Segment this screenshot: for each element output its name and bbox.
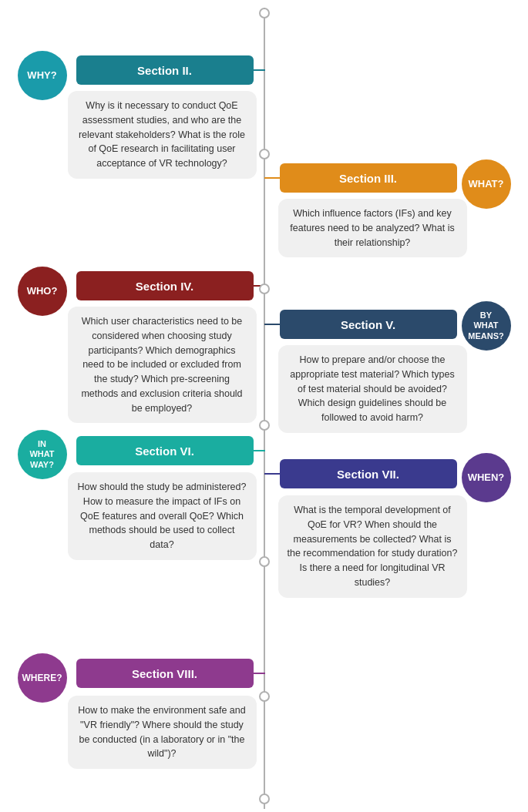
section-8-header: Section VIII. xyxy=(76,659,254,688)
hline-6 xyxy=(254,450,265,451)
desc-2-box: Why is it necessary to conduct QoE asses… xyxy=(68,91,257,179)
hline-5 xyxy=(264,324,280,325)
dot-bottom xyxy=(259,794,270,804)
in-what-way-circle: IN WHAT WAY? xyxy=(18,430,67,479)
section-5-header: Section V. xyxy=(280,310,457,339)
section-7-header: Section VII. xyxy=(280,459,457,488)
desc-8-box: How to make the environment safe and "VR… xyxy=(68,696,257,769)
hline-2 xyxy=(254,69,265,71)
section-3-header: Section III. xyxy=(280,163,457,193)
hline-7 xyxy=(264,473,280,475)
why-circle: WHY? xyxy=(18,51,67,100)
dot-5 xyxy=(259,691,270,702)
dot-top xyxy=(259,8,270,18)
section-6-header: Section VI. xyxy=(76,436,254,465)
desc-3-box: Which influence factors (IFs) and key fe… xyxy=(278,199,467,257)
dot-4 xyxy=(259,556,270,567)
desc-5-box: How to prepare and/or choose the appropr… xyxy=(278,345,467,433)
who-circle: WHO? xyxy=(18,267,67,316)
dot-1 xyxy=(259,149,270,159)
desc-7-box: What is the temporal development of QoE … xyxy=(278,495,467,598)
desc-6-box: How should the study be administered? Ho… xyxy=(68,472,257,560)
section-2-header: Section II. xyxy=(76,55,254,85)
section-4-header: Section IV. xyxy=(76,271,254,300)
what-circle: WHAT? xyxy=(462,159,511,209)
hline-3 xyxy=(264,177,280,179)
dot-2 xyxy=(259,284,270,294)
dot-3 xyxy=(259,420,270,431)
center-line xyxy=(264,8,265,809)
where-circle: WHERE? xyxy=(18,653,67,703)
desc-4-box: Which user characteristics need to be co… xyxy=(68,307,257,423)
by-what-means-circle: BY WHAT MEANS? xyxy=(462,301,511,351)
hline-8 xyxy=(254,673,265,674)
when-circle: WHEN? xyxy=(462,453,511,502)
diagram-container: WHY? Section II. Why is it necessary to … xyxy=(10,8,519,809)
